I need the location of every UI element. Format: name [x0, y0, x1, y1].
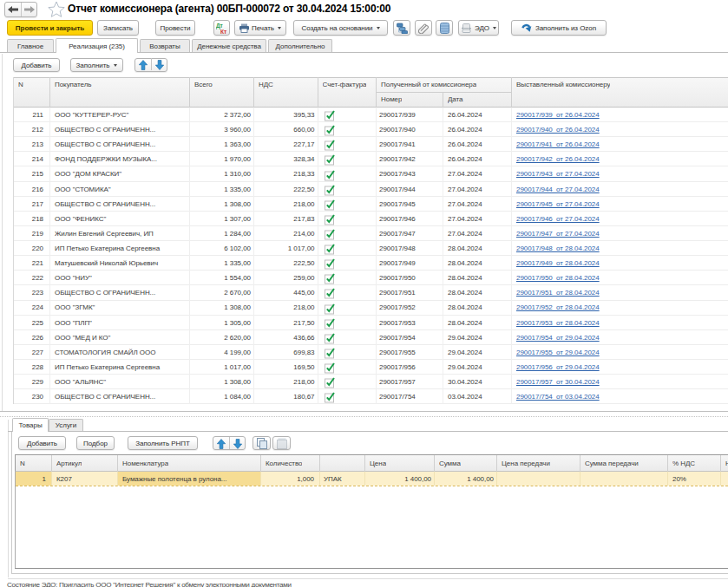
svg-text:Кт: Кт: [220, 28, 226, 34]
